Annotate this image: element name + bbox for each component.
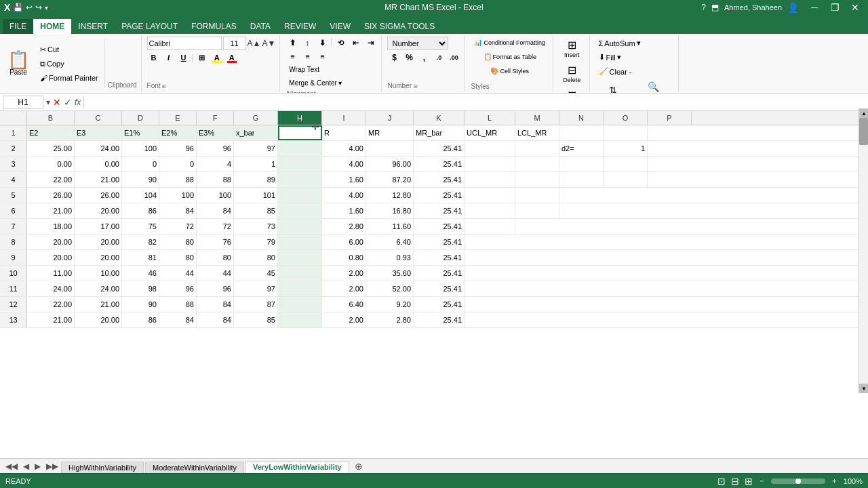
cell-g6[interactable]: 85 xyxy=(234,203,278,218)
cell-c12[interactable]: 21.00 xyxy=(75,297,122,312)
comma-button[interactable]: , xyxy=(417,52,431,64)
cell-i12[interactable]: 6.40 xyxy=(322,297,366,312)
cell-i13[interactable]: 2.00 xyxy=(322,312,366,327)
cell-l10[interactable] xyxy=(465,266,515,281)
undo-icon[interactable]: ↩ xyxy=(26,3,33,12)
col-header-m[interactable]: M xyxy=(515,111,559,125)
cell-d6[interactable]: 86 xyxy=(122,203,159,218)
col-header-e[interactable]: E xyxy=(159,111,197,125)
cell-g5[interactable]: 101 xyxy=(234,188,278,203)
delete-button[interactable]: ⊟ Delete xyxy=(559,62,585,85)
cell-m1[interactable]: LCL_MR xyxy=(515,125,559,140)
cell-l7[interactable] xyxy=(465,219,515,234)
nav-right-icon[interactable]: ▶▶ xyxy=(43,462,61,471)
cell-d5[interactable]: 104 xyxy=(122,188,159,203)
cell-e7[interactable]: 72 xyxy=(159,219,197,234)
cell-b13[interactable]: 21.00 xyxy=(27,312,75,327)
indent-increase-button[interactable]: ⇥ xyxy=(363,37,377,49)
cell-j3[interactable]: 96.00 xyxy=(366,157,414,171)
cell-b9[interactable]: 20.00 xyxy=(27,250,75,265)
tab-page-layout[interactable]: PAGE LAYOUT xyxy=(115,19,184,34)
col-header-j[interactable]: J xyxy=(366,111,414,125)
cell-i10[interactable]: 2.00 xyxy=(322,266,366,281)
formula-expand-icon[interactable]: ▾ xyxy=(46,98,50,107)
col-header-o[interactable]: O xyxy=(604,111,648,125)
formula-input[interactable] xyxy=(87,98,865,107)
cell-l8[interactable] xyxy=(465,235,515,249)
cell-i5[interactable]: 4.00 xyxy=(322,188,366,203)
cell-i2[interactable]: 4.00 xyxy=(322,141,366,156)
cell-reference-box[interactable] xyxy=(3,96,43,109)
nav-prev-icon[interactable]: ◀ xyxy=(20,462,32,471)
cell-c5[interactable]: 26.00 xyxy=(75,188,122,203)
paste-button[interactable]: 📋 Paste xyxy=(4,49,33,78)
cell-c4[interactable]: 21.00 xyxy=(75,172,122,187)
cell-d3[interactable]: 0 xyxy=(122,157,159,171)
tab-view[interactable]: VIEW xyxy=(323,19,357,34)
cell-l11[interactable] xyxy=(465,281,515,296)
cell-m6[interactable] xyxy=(515,203,559,218)
cell-j4[interactable]: 87.20 xyxy=(366,172,414,187)
cell-e4[interactable]: 88 xyxy=(159,172,197,187)
align-middle-button[interactable]: ↕ xyxy=(300,37,314,49)
ribbon-toggle-icon[interactable]: ⬒ xyxy=(711,3,719,12)
cell-e9[interactable]: 80 xyxy=(159,250,197,265)
cell-k11[interactable]: 25.41 xyxy=(414,281,465,296)
cell-i4[interactable]: 1.60 xyxy=(322,172,366,187)
cell-c13[interactable]: 20.00 xyxy=(75,312,122,327)
cell-f1[interactable]: E3% xyxy=(197,125,234,140)
cell-j13[interactable]: 2.80 xyxy=(366,312,414,327)
cell-e2[interactable]: 96 xyxy=(159,141,197,156)
cell-g2[interactable]: 97 xyxy=(234,141,278,156)
cell-e6[interactable]: 84 xyxy=(159,203,197,218)
cell-m7[interactable] xyxy=(515,219,559,234)
minimize-button[interactable]: ─ xyxy=(804,0,825,15)
formula-cancel-icon[interactable]: ✕ xyxy=(53,97,61,108)
cell-h2[interactable] xyxy=(278,141,322,156)
cell-h11[interactable] xyxy=(278,281,322,296)
cell-b11[interactable]: 24.00 xyxy=(27,281,75,296)
font-size-increase-icon[interactable]: A▲ xyxy=(248,39,261,48)
cell-j9[interactable]: 0.93 xyxy=(366,250,414,265)
find-select-button[interactable]: 🔍 Find & Find & Select - xyxy=(632,79,674,94)
cell-l6[interactable] xyxy=(465,203,515,218)
tab-formulas[interactable]: FORMULAS xyxy=(184,19,243,34)
cell-l3[interactable] xyxy=(465,157,515,171)
normal-view-icon[interactable]: ⊡ xyxy=(717,476,726,487)
page-break-view-icon[interactable]: ⊞ xyxy=(745,476,753,487)
cell-l1[interactable]: UCL_MR xyxy=(465,125,515,140)
cell-l12[interactable] xyxy=(465,297,515,312)
decimal-decrease-button[interactable]: .00 xyxy=(447,52,460,64)
cell-k2[interactable]: 25.41 xyxy=(414,141,465,156)
cell-d9[interactable]: 81 xyxy=(122,250,159,265)
tab-home[interactable]: HOME xyxy=(33,19,71,34)
cell-n4[interactable] xyxy=(559,172,604,187)
indent-decrease-button[interactable]: ⇤ xyxy=(349,37,362,49)
cell-c10[interactable]: 10.00 xyxy=(75,266,122,281)
cell-f7[interactable]: 72 xyxy=(197,219,234,234)
zoom-slider[interactable] xyxy=(771,479,825,484)
nav-left-icon[interactable]: ◀◀ xyxy=(3,462,20,471)
cell-g7[interactable]: 73 xyxy=(234,219,278,234)
cell-c3[interactable]: 0.00 xyxy=(75,157,122,171)
tab-data[interactable]: DATA xyxy=(243,19,277,34)
cell-e12[interactable]: 88 xyxy=(159,297,197,312)
format-button[interactable]: ⊡ Format xyxy=(559,87,585,94)
cell-d4[interactable]: 90 xyxy=(122,172,159,187)
cell-h12[interactable] xyxy=(278,297,322,312)
border-button[interactable]: ⊞ xyxy=(195,52,209,64)
save-icon[interactable]: 💾 xyxy=(13,3,23,12)
tab-review[interactable]: REVIEW xyxy=(277,19,323,34)
copy-button[interactable]: ⧉ Copy xyxy=(37,58,102,70)
cell-h7[interactable] xyxy=(278,219,322,234)
cell-m4[interactable] xyxy=(515,172,559,187)
cell-i7[interactable]: 2.80 xyxy=(322,219,366,234)
italic-button[interactable]: I xyxy=(162,52,176,64)
cell-h6[interactable] xyxy=(278,203,322,218)
cell-b8[interactable]: 20.00 xyxy=(27,235,75,249)
decimal-increase-button[interactable]: .0 xyxy=(432,52,446,64)
cell-j1[interactable]: MR xyxy=(366,125,414,140)
format-painter-button[interactable]: 🖌 Format Painter xyxy=(37,72,102,84)
clear-button[interactable]: 🧹 Clear - xyxy=(595,65,675,78)
cell-l5[interactable] xyxy=(465,188,515,203)
